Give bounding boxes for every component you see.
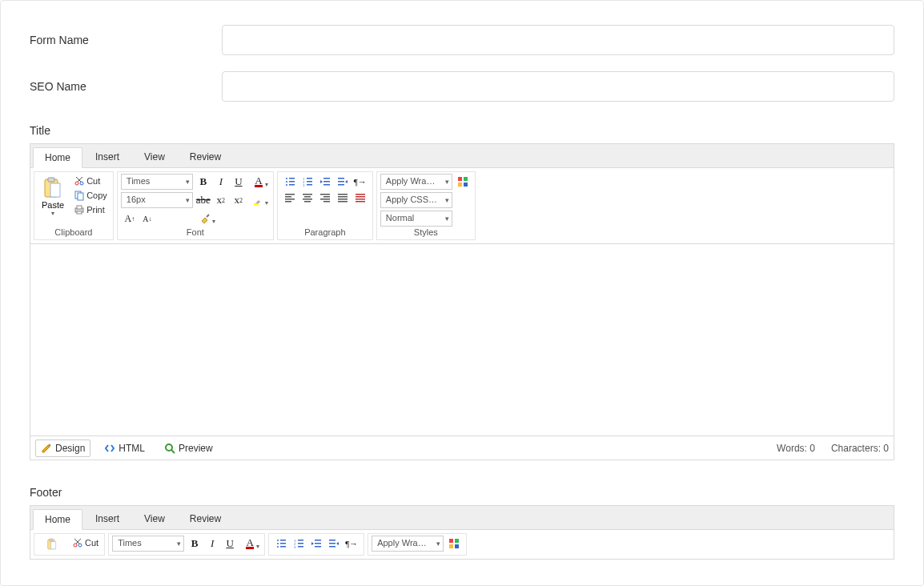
svg-point-4 <box>80 182 83 185</box>
font-group-title: Font <box>121 227 270 238</box>
svg-point-59 <box>277 540 279 541</box>
svg-rect-38 <box>323 196 330 198</box>
footer-paste-button[interactable] <box>38 536 66 553</box>
footer-bullet-list-button[interactable] <box>272 536 290 552</box>
grow-font-button[interactable]: A↑ <box>121 211 139 227</box>
apply-css-select[interactable]: Apply CSS … <box>380 192 452 208</box>
footer-font-color-button[interactable]: A <box>239 536 261 552</box>
footer-tab-view[interactable]: View <box>132 508 177 529</box>
cut-button[interactable]: Cut <box>71 174 110 188</box>
tab-home[interactable]: Home <box>33 147 82 168</box>
indent-icon <box>337 176 348 187</box>
footer-editor-ribbon: Cut Times B I U A <box>30 530 894 559</box>
clipboard-group-title: Clipboard <box>38 227 110 238</box>
editor-canvas[interactable] <box>30 243 894 435</box>
subscript-button[interactable]: x2 <box>230 192 247 208</box>
bold-button[interactable]: B <box>195 174 212 190</box>
title-section-label: Title <box>30 124 894 137</box>
italic-button[interactable]: I <box>212 174 230 190</box>
svg-rect-60 <box>280 540 286 541</box>
align-left-icon <box>284 192 295 203</box>
underline-button[interactable]: U <box>230 174 247 190</box>
svg-rect-78 <box>455 539 459 543</box>
svg-rect-43 <box>338 199 348 200</box>
svg-point-15 <box>286 184 287 186</box>
footer-tab-home[interactable]: Home <box>33 509 82 530</box>
align-center-icon <box>302 192 313 203</box>
svg-point-58 <box>78 544 82 547</box>
seo-name-input[interactable] <box>222 71 894 102</box>
mode-html[interactable]: HTML <box>98 440 151 457</box>
tab-view[interactable]: View <box>132 146 177 167</box>
font-family-select[interactable]: Times <box>121 174 193 190</box>
group-styles: Apply Wrapper Apply CSS … Normal Styles <box>376 171 476 240</box>
footer-colors-button[interactable] <box>445 536 463 552</box>
print-button[interactable]: Print <box>71 203 110 217</box>
mode-preview-label: Preview <box>179 443 213 454</box>
styles-group-title: Styles <box>380 227 472 238</box>
copy-button[interactable]: Copy <box>71 188 110 203</box>
svg-rect-70 <box>298 546 303 548</box>
footer-underline-button[interactable]: U <box>221 536 239 552</box>
footer-tab-review[interactable]: Review <box>178 508 233 529</box>
svg-rect-77 <box>449 539 453 543</box>
footer-group-styles: Apply Wrapper <box>368 533 467 556</box>
svg-rect-73 <box>315 546 321 548</box>
align-right-button[interactable] <box>316 190 334 206</box>
svg-rect-29 <box>285 194 295 195</box>
highlight-icon <box>254 195 263 205</box>
svg-rect-26 <box>338 178 344 179</box>
svg-rect-72 <box>315 543 321 544</box>
svg-rect-75 <box>329 543 335 544</box>
scissors-icon <box>74 175 85 187</box>
footer-tab-insert[interactable]: Insert <box>83 508 131 529</box>
footer-number-list-button[interactable]: 123 <box>290 536 307 552</box>
highlight-color-button[interactable] <box>247 192 270 208</box>
bullet-list-button[interactable] <box>281 174 299 190</box>
strikethrough-button[interactable]: abe <box>195 192 212 208</box>
footer-indent-button[interactable] <box>325 536 343 552</box>
colors-button[interactable] <box>454 174 472 190</box>
align-right-icon <box>319 192 331 203</box>
svg-rect-71 <box>315 540 321 541</box>
shrink-font-button[interactable]: A↓ <box>139 211 156 227</box>
number-list-button[interactable]: 123 <box>299 174 316 190</box>
ltr-button[interactable]: ¶→ <box>352 174 369 190</box>
align-left-button[interactable] <box>281 190 299 206</box>
font-color-button[interactable]: A <box>247 174 270 190</box>
apply-wrapper-select[interactable]: Apply Wrapper <box>380 174 452 190</box>
footer-ltr-button[interactable]: ¶→ <box>343 536 360 552</box>
remove-align-button[interactable] <box>352 190 369 206</box>
svg-rect-31 <box>285 199 295 200</box>
svg-point-57 <box>74 544 77 547</box>
tab-insert[interactable]: Insert <box>83 146 131 167</box>
svg-rect-22 <box>307 184 312 186</box>
svg-rect-79 <box>449 544 453 548</box>
svg-rect-2 <box>48 178 54 182</box>
block-format-select[interactable]: Normal <box>380 211 452 227</box>
footer-cut-button[interactable]: Cut <box>70 536 101 550</box>
footer-bold-button[interactable]: B <box>186 536 203 552</box>
footer-apply-wrapper-select[interactable]: Apply Wrapper <box>372 536 444 552</box>
footer-italic-button[interactable]: I <box>203 536 221 552</box>
justify-button[interactable] <box>334 190 352 206</box>
outdent-button[interactable] <box>316 174 334 190</box>
footer-outdent-button[interactable] <box>307 536 325 552</box>
remove-align-icon <box>355 192 366 203</box>
svg-rect-41 <box>338 194 348 195</box>
chars-label: Characters: <box>831 443 881 454</box>
svg-rect-35 <box>303 199 312 200</box>
format-painter-button[interactable] <box>195 211 217 227</box>
mode-design[interactable]: Design <box>35 440 90 457</box>
mode-preview[interactable]: Preview <box>159 440 219 457</box>
font-size-select[interactable]: 16px <box>121 192 193 208</box>
superscript-button[interactable]: x2 <box>212 192 230 208</box>
paste-button[interactable]: Paste ▾ <box>38 174 68 219</box>
svg-rect-9 <box>77 211 82 214</box>
footer-font-family-select[interactable]: Times <box>112 536 184 552</box>
align-center-button[interactable] <box>299 190 316 206</box>
form-name-input[interactable] <box>222 25 894 55</box>
svg-rect-32 <box>285 201 291 203</box>
tab-review[interactable]: Review <box>178 146 233 167</box>
indent-button[interactable] <box>334 174 352 190</box>
